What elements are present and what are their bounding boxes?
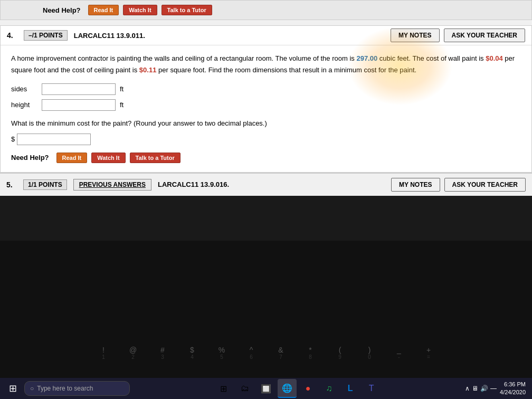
top-talk-tutor-button[interactable]: Talk to a Tutor [162,5,212,15]
taskbar-app-files[interactable]: 🗂 [235,379,254,398]
taskbar-app-widgets[interactable]: ⊞ [214,379,233,398]
question-4-points: –/1 POINTS [24,30,68,41]
dollar-row: $ [11,134,521,145]
date-display: 4/24/2020 [500,388,526,396]
key-7: &7 [268,341,294,362]
taskbar-app-l[interactable]: L [341,379,360,398]
question-5-actions: MY NOTES ASK YOUR TEACHER [391,178,526,192]
question-4-number: 4. [7,31,17,40]
taskbar-clock[interactable]: 6:36 PM 4/24/2020 [500,381,526,397]
top-need-help-label: Need Help? [43,6,81,14]
key-1: !1 [90,341,117,362]
sides-label: sides [11,84,37,95]
dark-area: !1 @2 #3 $4 %5 ^6 &7 *8 (9 )0 _- += [0,241,532,378]
key-4: $4 [179,341,205,362]
network-icon: 🖥 [472,385,478,392]
min-cost-section: What is the minimum cost for the paint? … [11,118,521,145]
q4-text-part4: per square foot. Find the room dimension… [156,66,416,74]
key-6: ^6 [238,341,264,362]
taskbar-apps: ⊞ 🗂 🔲 🌐 ● ♫ L T [131,379,464,398]
taskbar-app-teams[interactable]: T [362,379,381,398]
question-4-body: A home improvement contractor is paintin… [1,45,531,172]
sides-input[interactable] [42,83,116,95]
dollar-sign: $ [11,134,15,145]
height-row: height ft [11,99,521,111]
top-need-help-bar: Need Help? Read It Watch It Talk to a Tu… [0,0,532,20]
key-9: (9 [327,341,353,362]
height-unit: ft [120,100,124,111]
min-cost-question: What is the minimum cost for the paint? … [11,118,521,129]
search-circle-icon: ○ [30,385,34,392]
height-input[interactable] [42,99,116,111]
key-3: #3 [149,341,176,362]
system-tray: ∧ 🖥 🔊 — [465,385,497,392]
key-plus: += [415,341,442,362]
taskbar-app-spotify[interactable]: ♫ [320,379,339,398]
question-5-points: 1/1 POINTS [23,179,67,190]
start-button[interactable]: ⊞ [2,379,23,398]
read-it-button[interactable]: Read It [56,153,88,163]
taskbar-app-chrome[interactable]: ● [299,379,318,398]
sides-row: sides ft [11,83,521,95]
bottom-need-help-label: Need Help? [11,153,49,164]
my-notes-button-4[interactable]: MY NOTES [391,28,439,42]
bottom-need-help-bar: Need Help? Read It Watch It Talk to a Tu… [11,153,521,164]
question-4-section: 4. –/1 POINTS LARCALC11 13.9.011. MY NOT… [0,25,532,173]
chevron-up-icon[interactable]: ∧ [465,385,470,392]
question-5-section: 5. 1/1 POINTS PREVIOUS ANSWERS LARCALC11… [0,173,532,196]
volume-icon[interactable]: 🔊 [480,385,488,392]
question-4-header: 4. –/1 POINTS LARCALC11 13.9.011. MY NOT… [1,26,531,45]
question-4-actions: MY NOTES ASK YOUR TEACHER [391,28,525,42]
previous-answers-badge[interactable]: PREVIOUS ANSWERS [73,179,151,191]
taskbar-app-edge[interactable]: 🌐 [278,379,297,398]
key-minus: _- [386,341,412,362]
taskbar-app-store[interactable]: 🔲 [256,379,276,398]
q4-ceiling-cost: $0.11 [139,66,157,74]
watch-it-button[interactable]: Watch It [91,153,125,163]
key-0: )0 [356,341,383,362]
top-watch-it-button[interactable]: Watch It [123,5,157,15]
key-5: %5 [208,341,235,362]
search-placeholder: Type here to search [37,385,93,392]
keyboard-row: !1 @2 #3 $4 %5 ^6 &7 *8 (9 )0 _- += [90,341,442,362]
key-8: *8 [297,341,324,362]
cost-input[interactable] [17,134,91,145]
ask-teacher-button-4[interactable]: ASK YOUR TEACHER [444,28,525,42]
ask-teacher-button-5[interactable]: ASK YOUR TEACHER [444,178,526,192]
my-notes-button-5[interactable]: MY NOTES [391,178,440,192]
taskbar: ⊞ ○ Type here to search ⊞ 🗂 🔲 🌐 ● ♫ L T … [0,378,532,399]
q4-text-part1: A home improvement contractor is paintin… [11,54,356,62]
q4-text-part2: cubic feet. The cost of wall paint is [377,54,486,62]
sides-unit: ft [120,84,124,95]
q4-wall-cost: $0.04 [486,54,503,62]
question-4-id: LARCALC11 13.9.011. [74,32,145,40]
q4-volume: 297.00 [356,54,377,62]
question-5-number: 5. [6,180,17,189]
key-2: @2 [120,341,146,362]
taskbar-right: ∧ 🖥 🔊 — 6:36 PM 4/24/2020 [465,381,530,397]
search-bar[interactable]: ○ Type here to search [24,381,130,396]
talk-tutor-button[interactable]: Talk to a Tutor [130,153,180,163]
time-display: 6:36 PM [500,381,526,388]
question-4-text: A home improvement contractor is paintin… [11,53,521,76]
height-label: height [11,100,37,111]
top-read-it-button[interactable]: Read It [88,5,119,15]
battery-icon: — [490,385,497,392]
question-5-id: LARCALC11 13.9.016. [158,180,229,188]
